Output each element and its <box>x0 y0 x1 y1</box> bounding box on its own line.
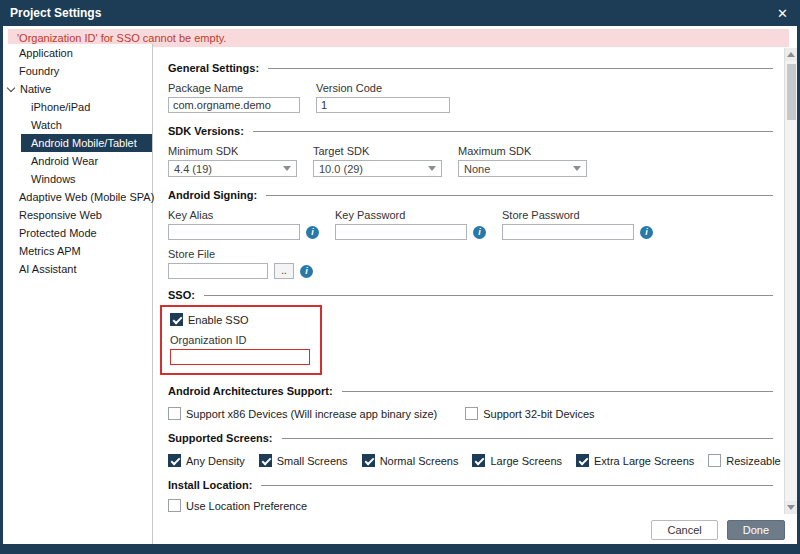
info-icon[interactable]: i <box>306 226 319 239</box>
info-icon[interactable]: i <box>473 226 486 239</box>
section-rule <box>342 391 773 392</box>
key-password-field: Key Password i <box>335 201 486 240</box>
sidebar-item-metrics-apm[interactable]: Metrics APM <box>3 242 152 260</box>
checkbox-label: Large Screens <box>490 455 562 467</box>
organization-id-input[interactable] <box>170 349 310 365</box>
checkbox-label: Resizeable <box>726 455 780 467</box>
store-file-input[interactable] <box>168 263 268 279</box>
info-icon[interactable]: i <box>300 265 313 278</box>
checkbox-icon[interactable] <box>576 454 589 467</box>
section-header-install-location: Install Location: <box>168 479 781 491</box>
scrollbar-thumb[interactable] <box>787 64 796 120</box>
checkbox-icon[interactable] <box>259 454 272 467</box>
sso-highlight-box: Enable SSO Organization ID <box>160 305 322 375</box>
sidebar-item-adaptive-web[interactable]: Adaptive Web (Mobile SPA) <box>3 188 152 206</box>
store-password-field: Store Password i <box>502 201 653 240</box>
settings-content: General Settings: Package Name Version C… <box>154 44 781 544</box>
key-password-label: Key Password <box>335 209 486 221</box>
checkbox-icon[interactable] <box>362 454 375 467</box>
maximum-sdk-select[interactable]: None <box>458 160 587 177</box>
dialog-body: 'Organization ID' for SSO cannot be empt… <box>3 26 797 544</box>
organization-id-label: Organization ID <box>170 334 312 346</box>
large-screens-checkbox[interactable]: Large Screens <box>472 454 562 467</box>
extra-large-screens-checkbox[interactable]: Extra Large Screens <box>576 454 694 467</box>
sidebar-item-protected-mode[interactable]: Protected Mode <box>3 224 152 242</box>
version-code-label: Version Code <box>316 82 450 94</box>
store-password-label: Store Password <box>502 209 653 221</box>
sidebar-item-application[interactable]: Application <box>3 44 152 62</box>
section-header-sso: SSO: <box>168 289 781 301</box>
section-title: Android Architectures Support: <box>168 385 333 397</box>
sidebar-item-windows[interactable]: Windows <box>3 170 152 188</box>
section-header-architectures: Android Architectures Support: <box>168 385 781 397</box>
enable-sso-checkbox[interactable]: Enable SSO <box>170 313 312 326</box>
checkbox-icon[interactable] <box>168 454 181 467</box>
selected-value: 4.4 (19) <box>174 163 212 175</box>
info-icon[interactable]: i <box>640 226 653 239</box>
cancel-button[interactable]: Cancel <box>651 520 717 540</box>
small-screens-checkbox[interactable]: Small Screens <box>259 454 348 467</box>
target-sdk-label: Target SDK <box>313 145 442 157</box>
checkbox-label: Small Screens <box>277 455 348 467</box>
checkbox-label: Support x86 Devices (Will increase app b… <box>186 408 437 420</box>
sidebar-item-foundry[interactable]: Foundry <box>3 62 152 80</box>
normal-screens-checkbox[interactable]: Normal Screens <box>362 454 459 467</box>
minimum-sdk-select[interactable]: 4.4 (19) <box>168 160 297 177</box>
enable-sso-label: Enable SSO <box>188 314 249 326</box>
sidebar-item-responsive-web[interactable]: Responsive Web <box>3 206 152 224</box>
selected-value: 10.0 (29) <box>319 163 363 175</box>
section-title: General Settings: <box>168 62 259 74</box>
support-32bit-checkbox[interactable]: Support 32-bit Devices <box>465 407 594 420</box>
sidebar-item-android-wear[interactable]: Android Wear <box>3 152 152 170</box>
any-density-checkbox[interactable]: Any Density <box>168 454 245 467</box>
checkbox-icon[interactable] <box>168 499 181 512</box>
checkbox-icon[interactable] <box>168 407 181 420</box>
section-rule <box>261 485 773 486</box>
version-code-input[interactable] <box>316 97 450 113</box>
scroll-up-button[interactable] <box>785 48 797 61</box>
package-name-input[interactable] <box>168 97 300 113</box>
resizeable-checkbox[interactable]: Resizeable <box>708 454 780 467</box>
checkbox-icon[interactable] <box>465 407 478 420</box>
section-header-android-signing: Android Signing: <box>168 189 781 201</box>
sidebar-item-watch[interactable]: Watch <box>3 116 152 134</box>
section-title: SDK Versions: <box>168 125 244 137</box>
store-file-label: Store File <box>168 248 781 260</box>
key-alias-input[interactable] <box>168 224 300 240</box>
minimum-sdk-label: Minimum SDK <box>168 145 297 157</box>
browse-button[interactable]: .. <box>274 263 294 279</box>
maximum-sdk-label: Maximum SDK <box>458 145 587 157</box>
selected-value: None <box>464 163 490 175</box>
sidebar: Application Foundry Native iPhone/iPad W… <box>3 44 153 544</box>
checkbox-icon[interactable] <box>170 313 183 326</box>
checkbox-label: Extra Large Screens <box>594 455 694 467</box>
sidebar-item-android-mobile-tablet[interactable]: Android Mobile/Tablet <box>21 134 152 152</box>
checkbox-label: Support 32-bit Devices <box>483 408 594 420</box>
checkbox-icon[interactable] <box>708 454 721 467</box>
checkbox-label: Any Density <box>186 455 245 467</box>
package-name-field: Package Name <box>168 74 300 113</box>
scroll-down-button[interactable] <box>785 501 797 514</box>
chevron-down-icon <box>7 83 15 91</box>
store-password-input[interactable] <box>502 224 634 240</box>
section-rule <box>268 68 773 69</box>
vertical-scrollbar[interactable] <box>784 48 797 514</box>
window-title: Project Settings <box>10 6 101 20</box>
checkbox-icon[interactable] <box>472 454 485 467</box>
target-sdk-select[interactable]: 10.0 (29) <box>313 160 442 177</box>
target-sdk-field: Target SDK 10.0 (29) <box>313 137 442 177</box>
close-icon[interactable]: ✕ <box>777 7 788 20</box>
sidebar-item-iphone-ipad[interactable]: iPhone/iPad <box>3 98 152 116</box>
checkbox-label: Normal Screens <box>380 455 459 467</box>
store-file-field: Store File .. i <box>168 248 781 279</box>
support-x86-checkbox[interactable]: Support x86 Devices (Will increase app b… <box>168 407 437 420</box>
section-rule <box>204 295 773 296</box>
done-button[interactable]: Done <box>727 520 785 540</box>
key-password-input[interactable] <box>335 224 467 240</box>
use-location-preference-checkbox[interactable]: Use Location Preference <box>168 499 781 512</box>
sidebar-item-native[interactable]: Native <box>3 80 152 98</box>
chevron-down-icon <box>428 166 436 171</box>
section-title: Android Signing: <box>168 189 257 201</box>
sidebar-item-ai-assistant[interactable]: AI Assistant <box>3 260 152 278</box>
sidebar-item-label: Native <box>20 83 51 95</box>
